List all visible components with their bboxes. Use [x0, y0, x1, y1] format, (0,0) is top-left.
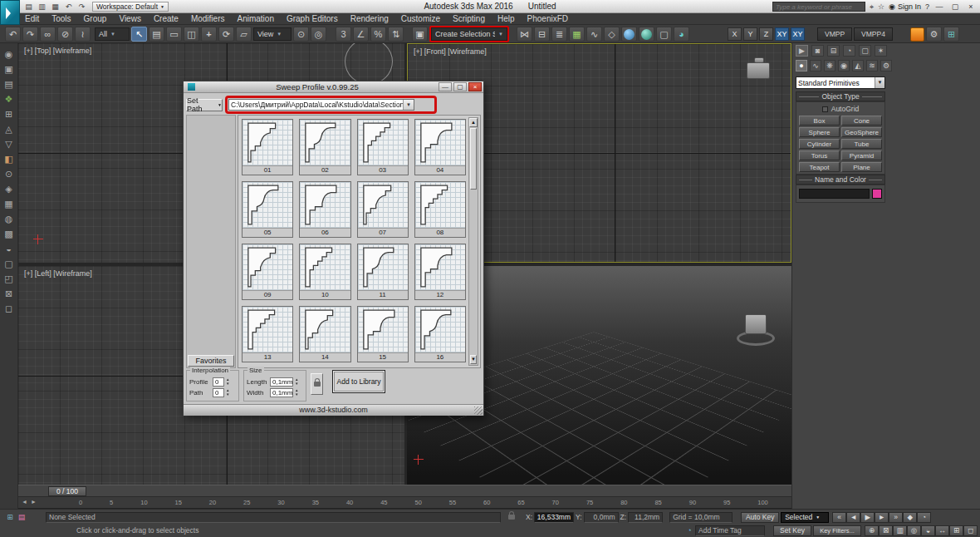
search-binoculars-icon[interactable]: ⌖ — [870, 2, 874, 12]
length-value[interactable]: 0,1mm — [270, 377, 293, 387]
x-coordinate-field[interactable]: 16,533mm — [534, 512, 574, 523]
curve-editor-icon[interactable]: ∿ — [586, 27, 602, 42]
viewport-top-label[interactable]: [+] [Top] [Wireframe] — [24, 47, 91, 55]
go-to-end-button[interactable]: » — [889, 512, 903, 523]
left-toolbar-icon-15[interactable]: ▢ — [4, 259, 12, 268]
undo-icon[interactable]: ↶ — [5, 27, 21, 42]
cone-button[interactable]: Cone — [841, 116, 882, 126]
left-toolbar-icon-17[interactable]: ⊠ — [5, 289, 12, 298]
select-by-name-icon[interactable]: ▤ — [149, 27, 164, 42]
window-crossing-icon[interactable]: ◫ — [184, 27, 199, 42]
favorites-button[interactable]: Favorites — [188, 355, 234, 367]
left-toolbar-icon-16[interactable]: ◰ — [4, 274, 12, 283]
workspace-dropdown[interactable]: Workspace: Default ▼ — [92, 2, 169, 12]
time-configuration-button[interactable]: ◔ — [917, 512, 931, 523]
object-name-field[interactable] — [799, 189, 870, 199]
scroll-up-icon[interactable]: ▲ — [469, 118, 478, 127]
favorites-star-icon[interactable]: ☆ — [878, 2, 884, 11]
profile-item-14[interactable]: 14 — [299, 306, 350, 362]
teapot-button[interactable]: Teapot — [799, 162, 840, 172]
select-and-link-icon[interactable]: ∞ — [40, 27, 56, 42]
menu-item-views[interactable]: Views — [119, 14, 141, 23]
category-lights-icon[interactable]: ❋ — [824, 60, 835, 71]
save-file-icon[interactable]: ▦ — [50, 2, 61, 12]
new-scene-icon[interactable]: ▤ — [23, 2, 34, 12]
left-toolbar-icon-10[interactable]: ◈ — [5, 185, 12, 194]
spinner-arrows[interactable]: ▲▼ — [226, 378, 229, 386]
autogrid-checkbox[interactable] — [822, 106, 828, 112]
torus-button[interactable]: Torus — [799, 150, 840, 160]
menu-item-rendering[interactable]: Rendering — [350, 14, 389, 23]
pyramid-button[interactable]: Pyramid — [841, 150, 882, 160]
listener-log-icon[interactable]: ▤ — [16, 512, 27, 523]
left-toolbar-icon-3[interactable]: ▤ — [4, 80, 12, 89]
profile-item-01[interactable]: 01 — [242, 119, 293, 175]
spinner-arrows[interactable]: ▲▼ — [295, 378, 298, 386]
next-frame-button[interactable]: ► — [875, 512, 889, 523]
left-toolbar-icon-14[interactable]: ◒ — [6, 244, 12, 254]
undo-icon[interactable]: ↶ — [63, 2, 74, 12]
tube-button[interactable]: Tube — [841, 139, 882, 149]
use-pivot-point-icon[interactable]: ⊙ — [293, 27, 309, 42]
axis-constraint-xy2-button[interactable]: XY — [791, 27, 805, 41]
chevron-down-icon[interactable]: ▼ — [403, 100, 414, 110]
axis-constraint-x-button[interactable]: X — [728, 27, 742, 41]
play-button[interactable]: ▶ — [860, 512, 875, 523]
set-key-button[interactable]: Set Key — [773, 525, 811, 536]
left-toolbar-icon-11[interactable]: ▦ — [4, 200, 12, 209]
tab-modify-icon[interactable]: ◙ — [811, 45, 824, 57]
tab-hierarchy-icon[interactable]: ⊟ — [827, 45, 840, 57]
sign-in-button[interactable]: ◉ Sign In — [889, 2, 921, 11]
select-object-icon[interactable]: ↖ — [131, 27, 147, 42]
scrollbar-thumb[interactable] — [470, 128, 477, 190]
add-time-tag-field[interactable]: Add Time Tag — [695, 525, 765, 536]
left-toolbar-icon-7[interactable]: ▽ — [5, 140, 12, 149]
layer-manager-icon[interactable]: ≣ — [551, 27, 567, 42]
selection-filter-dropdown[interactable]: All▼ — [95, 27, 130, 41]
key-mode-toggle-button[interactable]: ◆ — [903, 512, 917, 523]
rendered-frame-window-icon[interactable]: ▢ — [656, 27, 672, 42]
menu-item-create[interactable]: Create — [154, 14, 179, 23]
add-to-library-button[interactable]: Add to Library — [332, 370, 385, 393]
time-tag-icon[interactable]: ◔ — [684, 525, 695, 536]
go-to-start-button[interactable]: « — [832, 512, 846, 523]
axis-constraint-y-button[interactable]: Y — [743, 27, 757, 41]
selection-lock-icon[interactable] — [506, 512, 517, 523]
select-and-manipulate-icon[interactable]: ◎ — [311, 27, 326, 42]
z-coordinate-field[interactable]: 11,2mm — [628, 512, 663, 523]
category-systems-icon[interactable]: ⚙ — [880, 60, 892, 71]
tab-motion-icon[interactable]: ◔ — [843, 45, 855, 57]
previous-frame-button[interactable]: ◄ — [846, 512, 860, 523]
profile-item-08[interactable]: 08 — [414, 181, 466, 238]
menu-item-graph-editors[interactable]: Graph Editors — [287, 14, 338, 23]
name-color-rollout-header[interactable]: Name and Color — [796, 175, 885, 185]
profile-item-11[interactable]: 11 — [357, 244, 409, 300]
tab-create-icon[interactable]: ▶ — [796, 45, 808, 57]
graphite-ribbon-icon[interactable]: ▦ — [569, 27, 585, 42]
redo-icon[interactable]: ↷ — [22, 27, 38, 42]
menu-item-tools[interactable]: Tools — [51, 14, 71, 23]
sphere-button[interactable]: Sphere — [799, 127, 840, 137]
auto-key-button[interactable]: Auto Key — [741, 512, 779, 523]
percent-snap-icon[interactable]: % — [370, 27, 386, 42]
profile-item-16[interactable]: 16 — [414, 306, 466, 362]
profile-item-10[interactable]: 10 — [299, 244, 350, 300]
category-helpers-icon[interactable]: ◭ — [852, 60, 864, 71]
menu-item-modifiers[interactable]: Modifiers — [191, 14, 225, 23]
dialog-minimize-button[interactable]: — — [439, 82, 452, 91]
grid-tools-icon[interactable]: ⊞ — [943, 27, 959, 42]
select-and-move-icon[interactable]: + — [201, 27, 217, 42]
axis-constraint-z-button[interactable]: Z — [759, 27, 773, 41]
y-coordinate-field[interactable]: 0,0mm — [584, 512, 619, 523]
left-toolbar-icon-6[interactable]: ◬ — [5, 125, 12, 134]
scroll-down-icon[interactable]: ▼ — [470, 355, 477, 364]
primitives-category-dropdown[interactable]: Standard Primitives ▼ — [796, 76, 885, 89]
left-toolbar-icon-8[interactable]: ◧ — [4, 155, 12, 164]
material-editor-icon[interactable] — [621, 27, 637, 42]
left-toolbar-icon-9[interactable]: ⊙ — [5, 170, 12, 179]
zoom-icon[interactable]: ↔ — [935, 525, 949, 536]
width-value[interactable]: 0,1mm — [270, 388, 293, 397]
left-toolbar-icon-2[interactable]: ▣ — [4, 65, 12, 74]
object-type-rollout-header[interactable]: Object Type — [796, 91, 885, 101]
track-bar[interactable]: ◄► 0 5 10 15 20 25 30 35 40 45 50 55 60 … — [18, 497, 791, 509]
